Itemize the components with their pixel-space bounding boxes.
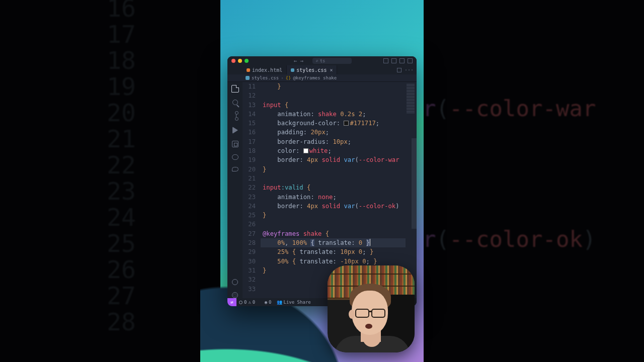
tab-label: index.html [252, 67, 282, 73]
problems-status[interactable]: 0 ⚠ 0 0 [236, 300, 262, 305]
split-editor-icon[interactable] [397, 68, 401, 72]
line-gutter: 1112131415161718192021222324252627282930… [243, 82, 261, 298]
code-line[interactable]: } [261, 211, 417, 220]
editor-tabs: index.html styles.css × ··· [227, 65, 417, 74]
code-line[interactable]: border-radius: 10px; [261, 137, 417, 146]
radio-icon: ◉ [265, 300, 267, 305]
source-control-icon[interactable] [236, 112, 237, 120]
error-icon [239, 301, 243, 304]
remote-explorer-icon[interactable] [232, 167, 238, 171]
maximize-icon[interactable] [245, 59, 249, 63]
panel-right-icon[interactable] [399, 58, 405, 63]
code-line[interactable] [261, 174, 417, 183]
code-line[interactable]: background-color: #171717; [261, 119, 417, 128]
code-line[interactable]: input { [261, 101, 417, 110]
search-placeholder: ts [320, 58, 326, 63]
window-titlebar: ← → ⌕ ts [227, 56, 417, 65]
activity-bar [227, 82, 243, 298]
crumb-file[interactable]: styles.css [252, 75, 279, 80]
code-line[interactable]: border: 4px solid var(--color-war [261, 155, 417, 164]
minimize-icon[interactable] [238, 59, 242, 63]
live-share-icon: 👥 [277, 300, 282, 305]
code-line[interactable]: } [261, 82, 417, 91]
extensions-icon[interactable] [232, 141, 238, 147]
live-share-status[interactable]: 👥 Live Share [274, 300, 313, 305]
code-line[interactable]: 50% { translate: -10px 0; } [261, 257, 417, 266]
tab-styles-css[interactable]: styles.css × [287, 65, 337, 74]
layout-icon[interactable] [408, 58, 413, 63]
panel-left-icon[interactable] [383, 58, 388, 63]
code-line[interactable]: 25% { translate: 10px 0; } [261, 247, 417, 256]
presenter-webcam [328, 265, 415, 352]
ports-status[interactable]: ◉ 0 [262, 300, 274, 305]
crumb-symbol[interactable]: @keyframes shake [293, 75, 337, 80]
bg-code-right: r(--color-war r(--color-ok) [423, 96, 596, 252]
warning-icon: ⚠ [248, 300, 251, 305]
search-icon[interactable] [232, 100, 238, 105]
back-icon[interactable]: ← [294, 58, 297, 64]
settings-gear-icon[interactable] [232, 292, 238, 298]
run-debug-icon[interactable] [232, 127, 238, 134]
breadcrumb[interactable]: styles.css › {} @keyframes shake [227, 74, 417, 82]
code-line[interactable]: padding: 20px; [261, 128, 417, 137]
code-line[interactable] [261, 220, 417, 229]
code-line[interactable]: border: 4px solid var(--color-ok) [261, 202, 417, 211]
scrollbar-thumb[interactable] [412, 138, 417, 229]
copilot-icon[interactable] [232, 154, 238, 160]
code-line[interactable]: input:valid { [261, 183, 417, 192]
more-icon[interactable]: ··· [405, 67, 414, 73]
forward-icon[interactable]: → [300, 58, 304, 64]
code-line[interactable] [261, 91, 417, 100]
code-line[interactable]: 0%, 100% { translate: 0 } [261, 238, 417, 247]
code-line[interactable]: color: white; [261, 146, 417, 155]
panel-bottom-icon[interactable] [391, 58, 396, 63]
css-icon [291, 68, 294, 72]
tab-label: styles.css [296, 67, 327, 73]
code-line[interactable]: animation: shake 0.2s 2; [261, 110, 417, 119]
traffic-lights[interactable] [231, 59, 249, 63]
tab-index-html[interactable]: index.html [243, 65, 287, 74]
close-tab-icon[interactable]: × [330, 67, 333, 73]
nav-arrows[interactable]: ← → [294, 58, 303, 64]
command-center[interactable]: ⌕ ts [312, 58, 352, 64]
at-icon: {} [286, 75, 291, 80]
accounts-icon[interactable] [232, 279, 238, 285]
css-icon [246, 76, 250, 80]
layout-controls[interactable] [383, 58, 413, 63]
code-line[interactable]: animation: none; [261, 193, 417, 202]
code-line[interactable]: @keyframes shake { [261, 229, 417, 238]
remote-indicator[interactable]: ⇄ [227, 298, 236, 306]
code-line[interactable]: } [261, 165, 417, 174]
explorer-icon[interactable] [231, 85, 239, 93]
close-icon[interactable] [231, 59, 235, 63]
html-icon [247, 68, 250, 72]
